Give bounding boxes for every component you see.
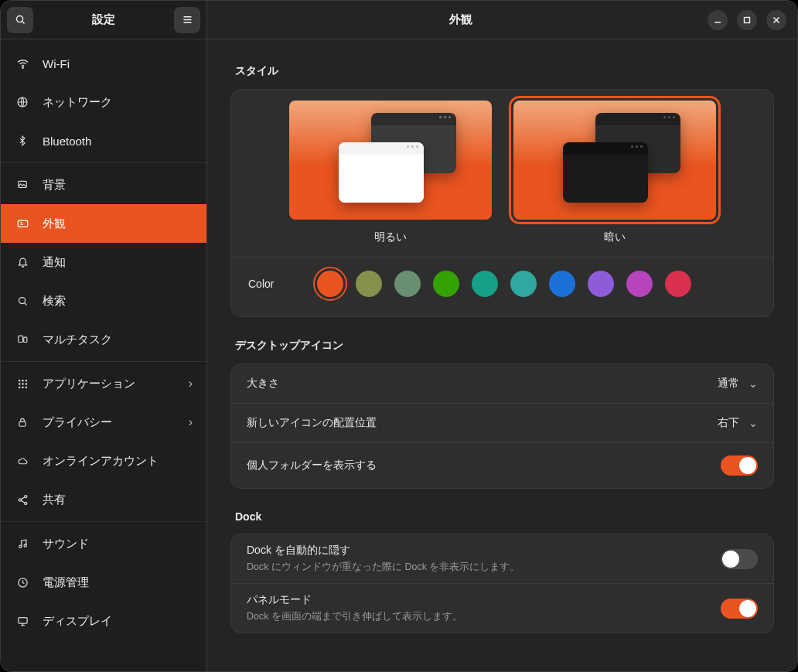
style-card: 明るい 暗い Color <box>230 89 774 317</box>
icon-size-label: 大きさ <box>247 377 279 391</box>
svg-rect-8 <box>18 220 28 227</box>
theme-thumbnail <box>513 101 716 220</box>
dock-panel-row: パネルモード Dock を画面の端まで引き伸ばして表示します。 <box>231 584 773 633</box>
icon-position-row[interactable]: 新しいアイコンの配置位置 右下 ⌄ <box>231 404 773 443</box>
sidebar-item-share[interactable]: 共有 <box>1 480 206 519</box>
svg-point-20 <box>22 386 24 388</box>
sidebar-separator <box>1 521 206 522</box>
show-personal-toggle[interactable] <box>721 455 758 476</box>
sidebar-item-label: 通知 <box>43 255 66 270</box>
desktop-icons-heading: デスクトップアイコン <box>235 339 774 353</box>
show-personal-row: 個人フォルダーを表示する <box>231 443 773 488</box>
svg-point-5 <box>22 67 22 67</box>
sidebar-list: Wi-Fi ネットワーク Bluetooth 背景 外観 通知 検索 マルチタス… <box>1 39 206 671</box>
chevron-right-icon: › <box>189 377 193 391</box>
svg-rect-12 <box>24 337 27 342</box>
search-icon <box>15 295 30 307</box>
main-pane: 外観 スタイル 明るい 暗い Color <box>207 1 797 671</box>
search-button[interactable] <box>7 7 33 33</box>
sidebar-item-display[interactable]: ディスプレイ <box>1 602 206 640</box>
sidebar-item-label: 検索 <box>43 294 66 309</box>
color-swatch[interactable] <box>665 271 691 297</box>
svg-point-27 <box>24 544 26 547</box>
chevron-right-icon: › <box>189 415 193 429</box>
dock-card: Dock を自動的に隠す Dock にウィンドウが重なった際に Dock を非表… <box>230 534 774 633</box>
main-header: 外観 <box>207 1 797 39</box>
sidebar-title: 設定 <box>33 12 174 27</box>
power-icon <box>15 577 30 588</box>
sidebar-item-lock[interactable]: プライバシー › <box>1 403 206 442</box>
sidebar-item-wifi[interactable]: Wi-Fi <box>1 44 206 83</box>
minimize-button[interactable] <box>708 10 728 30</box>
sidebar-item-label: ネットワーク <box>43 95 112 110</box>
sidebar: 設定 Wi-Fi ネットワーク Bluetooth 背景 外観 通知 検索 マル… <box>1 1 207 671</box>
dock-autohide-label: Dock を自動的に隠す <box>247 544 520 558</box>
theme-option-dark[interactable]: 暗い <box>513 101 716 244</box>
svg-point-14 <box>22 379 24 381</box>
color-swatch[interactable] <box>626 271 653 297</box>
appearance-icon <box>15 218 30 230</box>
sidebar-item-cloud[interactable]: オンラインアカウント <box>1 442 206 480</box>
svg-line-1 <box>22 22 24 24</box>
color-swatch[interactable] <box>588 271 614 297</box>
sidebar-item-label: ディスプレイ <box>43 614 112 629</box>
svg-point-21 <box>25 386 27 388</box>
close-button[interactable] <box>766 10 786 30</box>
icon-size-row[interactable]: 大きさ 通常 ⌄ <box>231 364 773 404</box>
style-heading: スタイル <box>235 64 774 78</box>
svg-rect-11 <box>19 336 23 342</box>
sidebar-item-sound[interactable]: サウンド <box>1 524 206 563</box>
svg-rect-31 <box>745 17 750 22</box>
maximize-icon <box>743 16 751 24</box>
svg-point-15 <box>25 379 27 381</box>
color-row: Color <box>245 258 759 307</box>
show-personal-label: 個人フォルダーを表示する <box>247 459 377 472</box>
sidebar-item-label: Bluetooth <box>43 135 91 148</box>
icon-size-value: 通常 <box>718 377 739 391</box>
minimize-icon <box>714 16 721 24</box>
sidebar-item-bell[interactable]: 通知 <box>1 243 206 281</box>
sidebar-item-appearance[interactable]: 外観 <box>1 204 206 243</box>
sidebar-item-apps[interactable]: アプリケーション › <box>1 364 206 403</box>
color-swatch[interactable] <box>356 271 382 297</box>
sidebar-item-multitask[interactable]: マルチタスク <box>1 320 206 359</box>
dock-heading: Dock <box>235 510 774 523</box>
theme-option-light[interactable]: 明るい <box>289 101 492 244</box>
share-icon <box>15 494 30 506</box>
sidebar-item-search[interactable]: 検索 <box>1 281 206 320</box>
dock-panel-toggle[interactable] <box>721 599 758 619</box>
color-swatch[interactable] <box>433 271 459 297</box>
hamburger-button[interactable] <box>174 7 200 33</box>
svg-point-9 <box>19 297 25 303</box>
content-scroll[interactable]: スタイル 明るい 暗い Color デスクトップアイコン 大きさ <box>207 39 797 671</box>
search-icon <box>15 14 26 26</box>
display-icon <box>15 616 30 627</box>
svg-rect-22 <box>19 421 26 426</box>
sidebar-item-bluetooth[interactable]: Bluetooth <box>1 121 206 160</box>
svg-point-26 <box>19 545 21 547</box>
settings-window: 設定 Wi-Fi ネットワーク Bluetooth 背景 外観 通知 検索 マル… <box>0 0 798 672</box>
svg-line-10 <box>24 302 26 305</box>
icon-position-value: 右下 <box>718 416 739 430</box>
color-swatch[interactable] <box>472 271 498 297</box>
page-title: 外観 <box>213 12 708 27</box>
sound-icon <box>15 537 30 550</box>
dock-autohide-toggle[interactable] <box>721 549 758 569</box>
sidebar-item-globe[interactable]: ネットワーク <box>1 83 206 121</box>
sidebar-item-image[interactable]: 背景 <box>1 165 206 204</box>
color-swatch[interactable] <box>394 271 421 297</box>
svg-rect-29 <box>18 617 26 623</box>
image-icon <box>15 179 30 190</box>
sidebar-item-power[interactable]: 電源管理 <box>1 563 206 602</box>
color-swatch[interactable] <box>317 271 343 297</box>
sidebar-header: 設定 <box>1 1 206 39</box>
svg-point-0 <box>16 16 22 22</box>
color-swatch[interactable] <box>549 271 575 297</box>
maximize-button[interactable] <box>737 10 757 30</box>
cloud-icon <box>15 456 30 466</box>
sidebar-item-label: 電源管理 <box>43 575 89 590</box>
color-swatch[interactable] <box>510 271 537 297</box>
sidebar-item-label: オンラインアカウント <box>43 454 159 469</box>
desktop-icons-card: 大きさ 通常 ⌄ 新しいアイコンの配置位置 右下 ⌄ 個人フォルダーを表示する <box>230 363 774 489</box>
lock-icon <box>15 416 30 428</box>
